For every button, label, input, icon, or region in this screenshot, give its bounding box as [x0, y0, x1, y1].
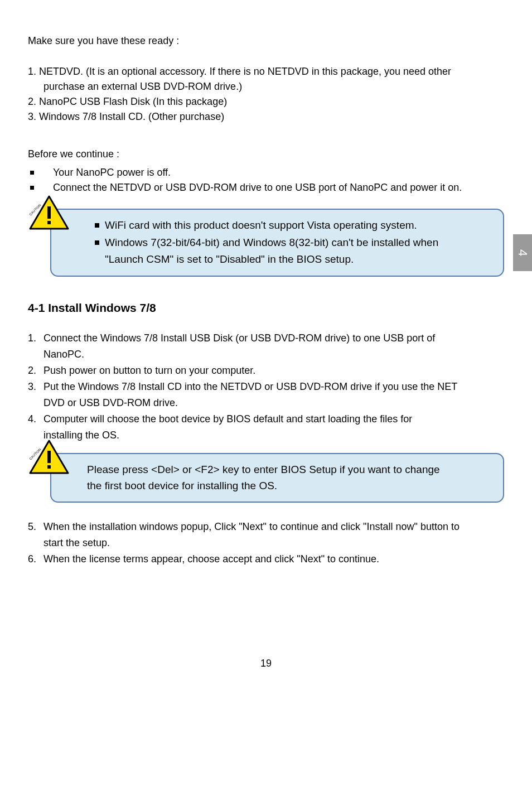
page-number: 19	[28, 656, 504, 671]
before-item-1-text: Your NanoPC power is off.	[53, 165, 171, 180]
step-num: 3.	[28, 379, 43, 394]
before-heading: Before we continue :	[28, 147, 504, 162]
intro-text: Make sure you have these ready :	[28, 33, 504, 49]
install-steps: 1.Connect the Windows 7/8 Install USB Di…	[28, 331, 504, 443]
caution-triangle-icon: CAUTION	[29, 195, 69, 231]
caution1-line2: Windows 7(32-bit/64-bit) and Windows 8(3…	[105, 235, 492, 251]
svg-rect-2	[47, 221, 51, 224]
step-num: 2.	[28, 363, 43, 378]
step-3-line2: DVD or USB DVD-ROM drive.	[43, 396, 504, 411]
install-steps-cont: 5.When the installation windows popup, C…	[28, 519, 504, 567]
section-title: 4-1 Install Windows 7/8	[28, 299, 504, 317]
caution-callout-1: CAUTION WiFi card with this product does…	[50, 209, 504, 277]
caution2-line1: Please press <Del> or <F2> key to enter …	[87, 462, 490, 478]
bullet-icon	[30, 186, 34, 190]
step-1-line1: Connect the Windows 7/8 Install USB Disk…	[43, 331, 504, 346]
caution-triangle-icon: CAUTION	[29, 440, 69, 475]
caution1-line1: WiFi card with this product doesn't supp…	[105, 218, 492, 234]
svg-rect-6	[47, 465, 51, 469]
caution2-line2: the first boot device for installing the…	[87, 478, 490, 494]
step-5-line1: When the installation windows popup, Cli…	[43, 519, 504, 534]
prereq-item-1-line2: purchase an external USB DVD-ROM drive.)	[28, 79, 504, 94]
step-2: Push power on button to turn on your com…	[43, 363, 504, 378]
prerequisites-list: 1. NETDVD. (It is an optional accessory.…	[28, 64, 504, 124]
step-4-line1: Computer will choose the boot device by …	[43, 412, 504, 427]
step-num: 6.	[28, 552, 43, 567]
step-1-line2: NanoPC.	[43, 347, 504, 362]
before-item-1: Your NanoPC power is off.	[28, 165, 504, 180]
prereq-item-1-line1: 1. NETDVD. (It is an optional accessory.…	[28, 64, 504, 79]
step-3-line1: Put the Windows 7/8 Install CD into the …	[43, 379, 504, 394]
before-item-2: Connect the NETDVD or USB DVD-ROM drive …	[28, 180, 504, 195]
prereq-item-3: 3. Windows 7/8 Install CD. (Other purcha…	[28, 109, 504, 124]
before-list: Your NanoPC power is off. Connect the NE…	[28, 165, 504, 195]
prereq-item-2: 2. NanoPC USB Flash Disk (In this packag…	[28, 94, 504, 109]
step-num: 4.	[28, 412, 43, 427]
before-item-2-text: Connect the NETDVD or USB DVD-ROM drive …	[53, 180, 462, 195]
bullet-icon	[95, 223, 99, 228]
step-num: 1.	[28, 331, 43, 346]
chapter-tab: 4	[513, 234, 532, 271]
svg-rect-1	[47, 206, 51, 219]
step-num: 5.	[28, 519, 43, 534]
step-5-line2: start the setup.	[43, 536, 504, 551]
bullet-icon	[30, 171, 34, 175]
caution1-line3: "Launch CSM" is set to "Disabled" in the…	[95, 252, 492, 268]
step-6: When the license terms appear, choose ac…	[43, 552, 504, 567]
svg-rect-5	[47, 451, 51, 463]
bullet-icon	[95, 240, 99, 245]
step-4-line2: installing the OS.	[43, 428, 504, 443]
caution-callout-2: CAUTION Please press <Del> or <F2> key t…	[50, 453, 504, 503]
